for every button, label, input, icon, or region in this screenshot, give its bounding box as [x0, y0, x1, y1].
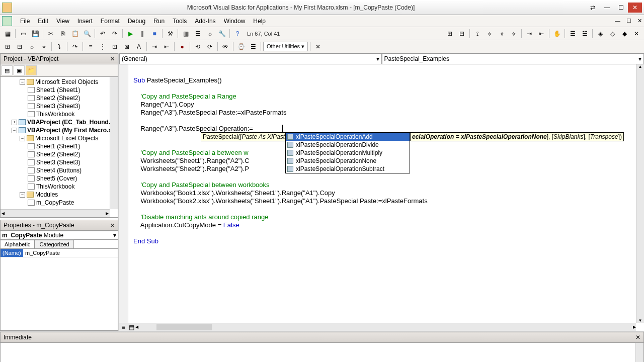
- toolbar-icon-b[interactable]: ⊟: [456, 28, 467, 39]
- help-icon[interactable]: ?: [232, 28, 243, 39]
- menu-window[interactable]: Window: [220, 17, 250, 26]
- list-props-icon[interactable]: ≡: [85, 41, 96, 52]
- intellisense-item-selected[interactable]: xlPasteSpecialOperationAdd: [286, 133, 410, 141]
- toggle-folders-icon[interactable]: 📁: [26, 65, 37, 75]
- undo-icon[interactable]: ↶: [97, 28, 108, 39]
- view-code-icon[interactable]: ▤: [2, 65, 13, 75]
- debug-icon-4[interactable]: ⌖: [38, 41, 49, 52]
- view-object-icon[interactable]: ▣: [14, 65, 25, 75]
- intellisense-list[interactable]: xlPasteSpecialOperationAdd xlPasteSpecia…: [285, 132, 410, 173]
- bookmark-clear-icon[interactable]: ⟣: [508, 28, 519, 39]
- intellisense-item[interactable]: xlPasteSpecialOperationDivide: [286, 141, 410, 149]
- intellisense-item[interactable]: xlPasteSpecialOperationMultiply: [286, 149, 410, 157]
- insert-module-icon[interactable]: ▭: [18, 28, 29, 39]
- save-icon[interactable]: 💾: [30, 28, 41, 39]
- debug-icon-1[interactable]: ⊞: [2, 41, 13, 52]
- menu-tools[interactable]: Tools: [169, 17, 191, 26]
- call-stack-icon[interactable]: ☰: [248, 41, 259, 52]
- object-browser-icon[interactable]: ⌕: [204, 28, 215, 39]
- design-mode-icon[interactable]: ⚒: [165, 28, 176, 39]
- redo-icon[interactable]: ↷: [109, 28, 120, 39]
- property-row[interactable]: (Name) m_CopyPaste: [1, 249, 118, 257]
- immediate-close[interactable]: ✕: [635, 334, 640, 341]
- code-hscroll[interactable]: ≡ ▤ ◀ ▶: [119, 323, 636, 331]
- breakpoint-icon[interactable]: ●: [177, 41, 188, 52]
- uncomment-block-icon[interactable]: ⟳: [204, 41, 215, 52]
- view-full-module-icon[interactable]: ≡: [119, 324, 127, 331]
- immediate-vscroll[interactable]: [635, 343, 643, 362]
- quick-info-icon[interactable]: ⊡: [109, 41, 120, 52]
- procedure-dropdown[interactable]: PasteSpecial_Examples▾: [382, 53, 645, 64]
- step-into-icon[interactable]: ⤵: [54, 41, 65, 52]
- project-panel-close[interactable]: ✕: [110, 56, 115, 62]
- intellisense-item[interactable]: xlPasteSpecialOperationNone: [286, 157, 410, 165]
- uncomment-icon[interactable]: ☱: [579, 28, 590, 39]
- property-grid[interactable]: (Name) m_CopyPaste: [0, 248, 118, 331]
- tools-icon[interactable]: ✕: [312, 41, 324, 52]
- project-tree[interactable]: −Microsoft Excel Objects Sheet1 (Sheet1)…: [0, 77, 118, 218]
- copy-icon[interactable]: ⎘: [57, 28, 68, 39]
- debug-icon-2[interactable]: ⊟: [14, 41, 25, 52]
- hscroll-thumb[interactable]: [156, 324, 212, 330]
- project-explorer-icon[interactable]: ▥: [180, 28, 191, 39]
- indent-icon[interactable]: ⇥: [524, 28, 535, 39]
- find-icon[interactable]: 🔍: [82, 28, 93, 39]
- toolbar-icon-a[interactable]: ⊞: [444, 28, 455, 39]
- watch-icon[interactable]: 👁: [220, 41, 231, 52]
- bookmark-prev-icon[interactable]: ⟢: [496, 28, 507, 39]
- quick-watch-icon[interactable]: ⌚: [235, 41, 247, 52]
- outdent-icon[interactable]: ⇤: [536, 28, 547, 39]
- property-object-dropdown[interactable]: m_CopyPaste Module ▾: [0, 231, 118, 240]
- property-value[interactable]: m_CopyPaste: [23, 249, 118, 257]
- bookmark3-icon[interactable]: ◇: [607, 28, 618, 39]
- menu-run[interactable]: Run: [149, 17, 169, 26]
- step-over-icon[interactable]: ↷: [69, 41, 80, 52]
- menu-debug[interactable]: Debug: [124, 17, 149, 26]
- menu-edit[interactable]: Edit: [34, 17, 52, 26]
- unknown-button[interactable]: ⇄: [586, 3, 600, 13]
- bookmark-next-icon[interactable]: ⟡: [484, 28, 495, 39]
- menu-insert[interactable]: Insert: [73, 17, 97, 26]
- break-icon[interactable]: ‖: [137, 28, 148, 39]
- indent2-icon[interactable]: ⇥: [149, 41, 160, 52]
- bookmark5-icon[interactable]: ✕: [631, 28, 642, 39]
- hand-icon[interactable]: ✋: [551, 28, 562, 39]
- maximize-button[interactable]: ☐: [614, 3, 628, 13]
- tab-alphabetic[interactable]: Alphabetic: [0, 240, 35, 248]
- excel-icon[interactable]: ▦: [2, 28, 13, 39]
- tree-vscroll[interactable]: [110, 77, 118, 209]
- list-const-icon[interactable]: ⋮: [97, 41, 108, 52]
- code-vscroll[interactable]: ▲▼: [636, 64, 644, 323]
- properties-panel-close[interactable]: ✕: [110, 222, 115, 229]
- reset-icon[interactable]: ■: [149, 28, 160, 39]
- menu-help[interactable]: Help: [249, 17, 270, 26]
- immediate-body[interactable]: [0, 343, 644, 362]
- menu-addins[interactable]: Add-Ins: [191, 17, 219, 26]
- object-dropdown[interactable]: (General)▾: [119, 53, 382, 64]
- view-procedure-icon[interactable]: ▤: [127, 324, 135, 331]
- tab-categorized[interactable]: Categorized: [35, 240, 73, 248]
- bookmark-toggle-icon[interactable]: ⟟: [472, 28, 483, 39]
- cut-icon[interactable]: ✂: [45, 28, 56, 39]
- minimize-button[interactable]: —: [600, 3, 614, 13]
- run-icon[interactable]: ▶: [125, 28, 136, 39]
- mdi-close[interactable]: ✕: [637, 18, 642, 24]
- toolbox-icon[interactable]: 🔧: [216, 28, 227, 39]
- debug-icon-3[interactable]: ⌕: [26, 41, 37, 52]
- bookmark2-icon[interactable]: ◈: [595, 28, 606, 39]
- comment-block-icon[interactable]: ⟲: [192, 41, 203, 52]
- paste-icon[interactable]: 📋: [69, 28, 80, 39]
- bookmark4-icon[interactable]: ◆: [619, 28, 630, 39]
- menu-file[interactable]: File: [16, 17, 34, 26]
- code-body[interactable]: Sub PasteSpecial_Examples() 'Copy and Pa…: [119, 64, 644, 331]
- mdi-minimize[interactable]: —: [615, 18, 620, 24]
- close-button[interactable]: ✕: [628, 3, 642, 13]
- other-utilities-dropdown[interactable]: Other Utilities ▾: [263, 42, 308, 51]
- properties-icon[interactable]: ☰: [192, 28, 203, 39]
- mdi-restore[interactable]: ☐: [626, 18, 631, 24]
- menu-format[interactable]: Format: [97, 17, 124, 26]
- tree-hscroll[interactable]: ◀▶: [1, 209, 110, 217]
- comment-icon[interactable]: ☰: [567, 28, 578, 39]
- complete-word-icon[interactable]: A: [133, 41, 144, 52]
- outdent2-icon[interactable]: ⇤: [161, 41, 172, 52]
